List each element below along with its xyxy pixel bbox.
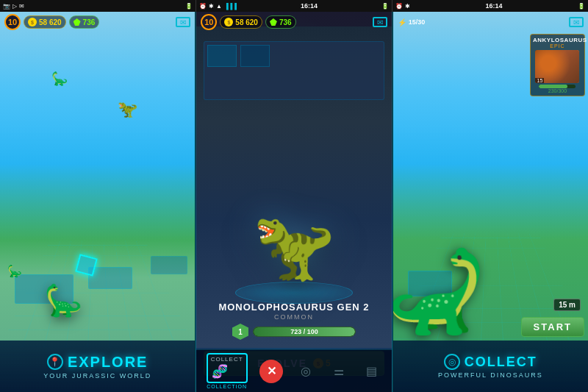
collect-label-container: ◎ COLLECT [444, 354, 537, 370]
player-level: 10 [4, 14, 21, 30]
gold-amount: 58 620 [39, 18, 62, 26]
big-ankylosaurus: 🦕 [393, 244, 487, 339]
gem-currency: 736 [69, 15, 100, 29]
encounter-gold: $ 58 620 [220, 15, 262, 29]
encounter-gem-amount: 736 [279, 18, 292, 26]
status-battery-r: 🔋 [578, 3, 585, 10]
nav-collect-label-top: COLLECT [211, 356, 243, 363]
collect-header: ⚡ 15/30 ✉ [393, 12, 588, 32]
distance-label: 15 m [553, 299, 581, 311]
encounter-gems: 736 [265, 15, 296, 29]
encounter-gold-icon: $ [224, 18, 233, 26]
card-dino-hp: 230/300 [533, 88, 582, 93]
status-icon-m3: ▲ [216, 3, 222, 10]
explore-subtitle: YOUR JURASSIC WORLD [43, 372, 151, 379]
dna-bar-container: 1 723 / 100 [202, 324, 385, 340]
explore-label-container: 📍 EXPLORE [47, 354, 148, 371]
encounter-header: 10 $ 58 620 736 ✉ [196, 12, 391, 32]
card-dino-rarity: EPIC [533, 43, 582, 49]
explore-header: 10 $ 58 620 736 ✉ [0, 12, 195, 32]
status-battery-1: 🔋 [185, 3, 193, 10]
status-icon-1: 📷 [3, 3, 10, 10]
collect-title: COLLECT [465, 354, 537, 370]
dna-icon: ⚌ [329, 361, 349, 382]
status-icon-r2: ✱ [405, 3, 410, 10]
dino-type: COMMON [202, 313, 385, 321]
encounter-mail-button[interactable]: ✉ [373, 17, 387, 27]
encounter-info-box: MONOLOPHOSAURUS GEN 2 COMMON 1 723 / 100 [196, 297, 391, 344]
encounter-gem-icon [270, 18, 277, 26]
collect-mail[interactable]: ✉ [569, 17, 584, 27]
nav-collect[interactable]: COLLECT 🧬 COLLECTION [207, 353, 248, 389]
wifi-icon: ▐▐▐ [224, 3, 237, 10]
nav-dna[interactable]: ⚌ [329, 361, 349, 382]
status-time-right: 16:14 [485, 2, 502, 10]
explore-title: EXPLORE [68, 354, 148, 371]
dna-progress-text: 723 / 100 [254, 327, 355, 336]
collect-panel: ⚡ 15/30 ✉ ANKYLOSAURUS EPIC 15 [393, 12, 588, 392]
explore-panel: 10 $ 58 620 736 ✉ [0, 12, 195, 392]
nav-collect-label: COLLECTION [207, 384, 247, 389]
card-level: 15 [535, 78, 544, 83]
status-icon-m2: ✱ [209, 3, 214, 10]
card-dino-name: ANKYLOSAURUS [533, 37, 582, 43]
dino-1: 🦕 [51, 71, 68, 87]
road-block-2 [88, 267, 132, 289]
encounter-gold-amount: 58 620 [235, 18, 258, 26]
status-time-mid: 16:14 [301, 2, 318, 10]
scope-icon: ◎ [295, 361, 316, 382]
explore-bottom-bar: 📍 EXPLORE YOUR JURASSIC WORLD [0, 341, 195, 392]
dino-2: 🦖 [118, 100, 137, 119]
encounter-panel: 10 $ 58 620 736 ✉ 🦖 MONOLOPHOSAURUS GEN [196, 12, 392, 392]
nav-scope[interactable]: ◎ [295, 361, 316, 382]
dino-level-hex: 1 [232, 324, 248, 340]
encounter-nav: COLLECT 🧬 COLLECTION ✕ ◎ ⚌ ▤ [196, 349, 391, 392]
lightning-icon: ⚡ [398, 18, 406, 26]
status-icon-m1: ⏰ [199, 3, 207, 10]
mail-button[interactable]: ✉ [176, 17, 190, 27]
card-dino-image: 15 [535, 50, 579, 83]
explore-map: 🦕 🦖 🦕 🦕 [0, 12, 195, 392]
road-block-3 [151, 256, 187, 274]
dino-3: 🦕 [7, 264, 22, 278]
dna-progress: 723 / 100 [253, 327, 356, 337]
status-icon-r1: ⏰ [395, 3, 403, 10]
ankylosaurus-card[interactable]: ANKYLOSAURUS EPIC 15 230/300 [530, 34, 585, 96]
encounter-level: 10 [201, 14, 217, 30]
gold-currency: $ 58 620 [24, 15, 66, 29]
status-icon-3: ✉ [19, 3, 24, 10]
collect-subtitle: POWERFUL DINOSAURS [438, 371, 543, 379]
nav-list[interactable]: ▤ [361, 361, 381, 382]
lab-screen-1 [207, 45, 237, 67]
collect-nav-icon: 🧬 [211, 363, 229, 380]
start-button[interactable]: START [521, 317, 584, 337]
encounter-close-button[interactable]: ✕ [259, 360, 283, 383]
collect-header-left: ⚡ 15/30 [398, 18, 426, 26]
location-icon: 📍 [47, 354, 63, 370]
encounter-dinosaur[interactable]: 🦖 [253, 208, 335, 285]
status-icon-2: ▷ [12, 3, 17, 10]
dino-name: MONOLOPHOSAURUS GEN 2 [202, 302, 385, 313]
gem-amount: 736 [83, 18, 96, 26]
list-icon: ▤ [361, 361, 381, 382]
main-dino-explore[interactable]: 🦕 [44, 282, 82, 318]
gold-icon: $ [28, 18, 37, 26]
gem-icon [74, 18, 81, 26]
status-battery-m: 🔋 [381, 3, 389, 10]
dna-count: 15/30 [409, 18, 426, 26]
collect-icon: ◎ [444, 354, 460, 370]
collect-bottom-bar: ◎ COLLECT POWERFUL DINOSAURS [393, 341, 588, 392]
lab-screen-2 [240, 45, 270, 67]
